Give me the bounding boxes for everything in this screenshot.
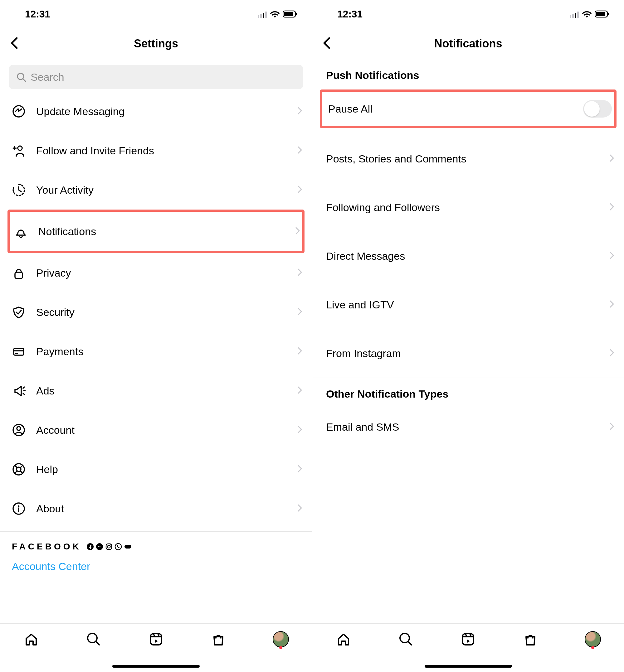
whatsapp-app-icon bbox=[114, 543, 122, 550]
toggle-knob bbox=[584, 101, 600, 117]
settings-screen: 12:31 Settings Search Update Messaging F… bbox=[0, 0, 312, 672]
battery-icon bbox=[283, 10, 298, 18]
brand-app-icons bbox=[86, 543, 132, 550]
avatar-icon bbox=[585, 631, 601, 647]
brand-facebook: FACEBOOK bbox=[12, 542, 81, 552]
tab-reels[interactable] bbox=[147, 630, 165, 648]
home-indicator bbox=[425, 665, 512, 668]
notif-item-dms[interactable]: Direct Messages bbox=[312, 232, 624, 280]
status-bar: 12:31 bbox=[312, 0, 624, 28]
notif-item-following[interactable]: Following and Followers bbox=[312, 183, 624, 232]
svg-point-25 bbox=[110, 544, 111, 545]
nav-header: Settings bbox=[0, 28, 312, 59]
tab-profile[interactable] bbox=[584, 630, 601, 648]
shield-icon bbox=[11, 305, 26, 319]
shop-icon bbox=[211, 632, 226, 647]
status-indicators bbox=[258, 10, 298, 18]
chevron-right-icon bbox=[297, 107, 302, 116]
battery-icon bbox=[595, 10, 610, 18]
settings-item-account[interactable]: Account bbox=[0, 410, 312, 450]
settings-item-privacy[interactable]: Privacy bbox=[0, 253, 312, 293]
chevron-right-icon bbox=[297, 347, 302, 356]
tab-home[interactable] bbox=[23, 630, 40, 648]
lock-icon bbox=[11, 266, 26, 280]
cell-signal-icon bbox=[258, 10, 267, 18]
search-icon bbox=[86, 632, 101, 647]
pause-all-toggle[interactable] bbox=[583, 100, 612, 117]
chevron-right-icon bbox=[609, 300, 614, 309]
home-icon bbox=[336, 632, 351, 647]
settings-item-help[interactable]: Help bbox=[0, 450, 312, 489]
back-button[interactable] bbox=[10, 37, 19, 51]
push-section-title: Push Notifications bbox=[312, 59, 624, 86]
accounts-center-link[interactable]: Accounts Center bbox=[12, 560, 300, 572]
chevron-right-icon bbox=[297, 386, 302, 395]
instagram-app-icon bbox=[105, 543, 113, 550]
notifications-list: Posts, Stories and Comments Following an… bbox=[312, 128, 624, 378]
settings-item-about[interactable]: About bbox=[0, 489, 312, 528]
tab-search[interactable] bbox=[397, 630, 415, 648]
settings-item-payments[interactable]: Payments bbox=[0, 332, 312, 371]
messenger-icon bbox=[11, 105, 26, 118]
settings-item-ads[interactable]: Ads bbox=[0, 371, 312, 410]
settings-item-security[interactable]: Security bbox=[0, 293, 312, 332]
facebook-app-icon bbox=[86, 543, 94, 550]
chevron-right-icon bbox=[297, 308, 302, 317]
tab-bar bbox=[312, 623, 624, 672]
wifi-icon bbox=[582, 10, 592, 18]
home-icon bbox=[24, 632, 39, 647]
lifebuoy-icon bbox=[11, 462, 26, 476]
notification-dot-icon bbox=[591, 646, 594, 649]
notif-item-live[interactable]: Live and IGTV bbox=[312, 280, 624, 329]
tab-profile[interactable] bbox=[272, 630, 289, 648]
page-title: Settings bbox=[134, 37, 178, 50]
search-icon bbox=[398, 632, 413, 647]
nav-header: Notifications bbox=[312, 28, 624, 59]
notif-item-posts[interactable]: Posts, Stories and Comments bbox=[312, 134, 624, 183]
bell-icon bbox=[14, 224, 28, 238]
settings-list: Update Messaging Follow and Invite Frien… bbox=[0, 92, 312, 528]
chevron-right-icon bbox=[609, 252, 614, 260]
tab-shop[interactable] bbox=[210, 630, 227, 648]
tab-home[interactable] bbox=[335, 630, 352, 648]
notif-item-email-sms[interactable]: Email and SMS bbox=[312, 405, 624, 449]
highlight-notifications: Notifications bbox=[7, 210, 305, 253]
activity-icon bbox=[11, 183, 26, 197]
settings-item-follow-invite[interactable]: Follow and Invite Friends bbox=[0, 131, 312, 170]
notif-item-instagram[interactable]: From Instagram bbox=[312, 329, 624, 378]
info-icon bbox=[11, 502, 26, 515]
person-icon bbox=[11, 423, 26, 437]
tab-search[interactable] bbox=[85, 630, 102, 648]
messenger-app-icon bbox=[96, 543, 103, 550]
home-indicator bbox=[112, 665, 200, 668]
status-bar: 12:31 bbox=[0, 0, 312, 28]
svg-point-26 bbox=[115, 543, 121, 550]
settings-item-your-activity[interactable]: Your Activity bbox=[0, 170, 312, 210]
tab-shop[interactable] bbox=[522, 630, 539, 648]
back-chevron-icon bbox=[10, 37, 19, 49]
pause-all-row: Pause All bbox=[322, 92, 614, 126]
notifications-screen: 12:31 Notifications Push Notifications P… bbox=[312, 0, 624, 672]
megaphone-icon bbox=[11, 384, 26, 398]
notification-dot-icon bbox=[279, 646, 282, 649]
reels-icon bbox=[149, 632, 163, 647]
status-time: 12:31 bbox=[326, 8, 363, 20]
search-icon bbox=[16, 72, 26, 82]
chevron-right-icon bbox=[297, 146, 302, 155]
search-input[interactable]: Search bbox=[9, 65, 303, 89]
chevron-right-icon bbox=[609, 423, 614, 431]
search-placeholder: Search bbox=[31, 71, 64, 83]
chevron-right-icon bbox=[297, 504, 302, 513]
card-icon bbox=[11, 345, 26, 358]
settings-item-update-messaging[interactable]: Update Messaging bbox=[0, 92, 312, 131]
chevron-right-icon bbox=[609, 154, 614, 163]
brand-footer: FACEBOOK Accounts Center bbox=[0, 531, 312, 583]
svg-point-24 bbox=[107, 545, 110, 548]
chevron-right-icon bbox=[297, 186, 302, 194]
svg-rect-27 bbox=[125, 545, 131, 548]
tab-reels[interactable] bbox=[459, 630, 477, 648]
shop-icon bbox=[523, 632, 538, 647]
settings-item-notifications[interactable]: Notifications bbox=[10, 212, 302, 251]
back-button[interactable] bbox=[322, 37, 331, 51]
oculus-app-icon bbox=[124, 543, 132, 550]
